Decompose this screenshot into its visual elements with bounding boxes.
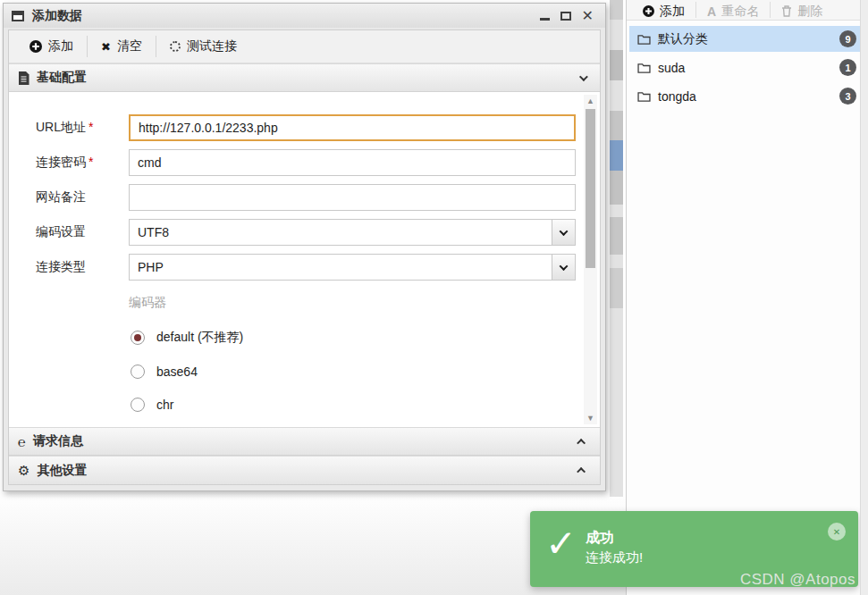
encoder-option-chr[interactable]: chr [131,398,600,412]
note-input[interactable] [129,184,576,211]
conn-type-dropdown-button[interactable] [552,255,575,280]
toast-title: 成功 [586,529,614,548]
plus-circle-icon [29,40,42,53]
radio-icon[interactable] [131,398,145,412]
encoder-option-label: chr [156,398,173,412]
required-marker: * [88,120,93,134]
category-delete-label: 删除 [797,4,822,20]
url-input[interactable] [129,114,576,141]
category-rename-button[interactable]: A 重命名 [696,0,770,21]
category-label: suda [658,61,685,75]
chevron-down-icon [579,72,588,81]
trash-icon [781,5,792,17]
encoding-select[interactable]: UTF8 [129,219,576,246]
conn-type-value: PHP [138,260,164,274]
bg-block [610,50,623,80]
window-controls: ✕ [540,9,597,23]
note-label: 网站备注 [36,189,129,205]
basic-config-form: URL地址* 连接密码* 网站备注 编码设置 UTF8 连接类型 [9,92,600,427]
radio-icon[interactable] [131,365,145,379]
bg-selected-block [610,140,623,171]
section-other-label: 其他设置 [37,463,87,479]
add-button[interactable]: 添加 [16,35,87,58]
scrollbar-thumb[interactable] [586,109,595,268]
window-icon [12,11,24,21]
category-item-suda[interactable]: suda 1 [629,54,865,80]
test-connection-label: 测试连接 [187,38,237,54]
category-add-label: 添加 [660,4,685,20]
category-rename-label: 重命名 [721,4,759,20]
category-add-button[interactable]: 添加 [632,0,695,21]
section-basic-config[interactable]: 基础配置 [9,63,600,92]
category-count-badge: 1 [839,59,856,76]
folder-icon [637,63,651,73]
encoder-option-label: default (不推荐) [156,330,243,346]
background-app-strip [610,0,623,497]
encoder-group-label: 编码器 [129,295,600,311]
clear-label: 清空 [117,38,142,54]
category-panel: 添加 A 重命名 删除 默认分类 9 suda 1 tongda 3 [626,0,868,595]
section-basic-label: 基础配置 [37,70,87,86]
category-count-badge: 9 [839,30,856,47]
close-button[interactable]: ✕ [582,9,594,23]
dialog-title: 添加数据 [32,8,82,24]
bg-block [610,171,623,205]
encoding-label: 编码设置 [36,224,129,240]
plus-circle-icon [643,5,654,17]
encoding-row: 编码设置 UTF8 [36,219,600,246]
required-marker: * [88,155,93,169]
bg-block [610,217,623,255]
note-row: 网站备注 [36,184,600,211]
folder-icon [637,91,651,102]
dialog-titlebar[interactable]: 添加数据 ✕ [4,4,605,28]
chevron-up-icon [577,467,586,476]
document-icon [18,71,29,85]
gear-icon: ⚙ [18,464,29,477]
watermark: CSDN @Atopos [740,571,855,589]
chevron-up-icon [577,438,586,447]
scroll-up-icon[interactable]: ▲ [586,95,594,107]
chevron-down-icon [560,227,569,236]
encoder-option-label: base64 [156,365,198,379]
conn-type-row: 连接类型 PHP [36,254,600,281]
form-scrollbar[interactable]: ▲ ▼ [584,95,597,424]
category-toolbar: 添加 A 重命名 删除 [627,0,868,21]
bg-block [610,0,623,20]
add-data-dialog: 添加数据 ✕ 添加 ✖ 清空 测试连接 基础配置 [3,3,606,491]
toast-close-button[interactable]: ✕ [828,523,846,541]
dialog-content: 添加 ✖ 清空 测试连接 基础配置 URL地址* 连接密码* [8,29,601,485]
password-row: 连接密码* [36,149,600,176]
category-count-badge: 3 [839,88,856,105]
clear-button[interactable]: ✖ 清空 [88,35,156,58]
scroll-down-icon[interactable]: ▼ [586,412,594,424]
bg-block [610,268,623,308]
radio-selected-icon[interactable] [131,331,145,345]
maximize-button[interactable] [560,12,571,21]
category-item-default[interactable]: 默认分类 9 [629,26,865,52]
password-input[interactable] [129,149,576,176]
minimize-button[interactable] [540,18,550,21]
password-label: 连接密码* [36,155,129,171]
rename-icon: A [707,4,716,19]
section-request-info[interactable]: ℮ 请求信息 [9,427,600,456]
category-label: 默认分类 [658,31,708,47]
chevron-down-icon [560,262,569,271]
conn-type-label: 连接类型 [36,259,129,275]
section-other-settings[interactable]: ⚙ 其他设置 [9,456,600,484]
encoding-dropdown-button[interactable] [552,220,575,245]
category-item-tongda[interactable]: tongda 3 [629,83,865,109]
encoder-option-default[interactable]: default (不推荐) [131,330,600,346]
encoder-option-base64[interactable]: base64 [131,365,600,379]
x-icon: ✖ [101,40,111,54]
url-row: URL地址* [36,114,600,141]
dialog-toolbar: 添加 ✖ 清空 测试连接 [9,30,600,63]
add-label: 添加 [48,38,73,54]
page-scrollbar[interactable] [860,0,868,595]
category-delete-button[interactable]: 删除 [771,0,833,21]
check-icon: ✓ [545,525,577,563]
folder-icon [637,34,651,45]
test-connection-button[interactable]: 测试连接 [156,35,250,58]
conn-type-select[interactable]: PHP [129,254,576,281]
category-list: 默认分类 9 suda 1 tongda 3 [627,21,868,109]
spinner-icon [170,41,181,52]
